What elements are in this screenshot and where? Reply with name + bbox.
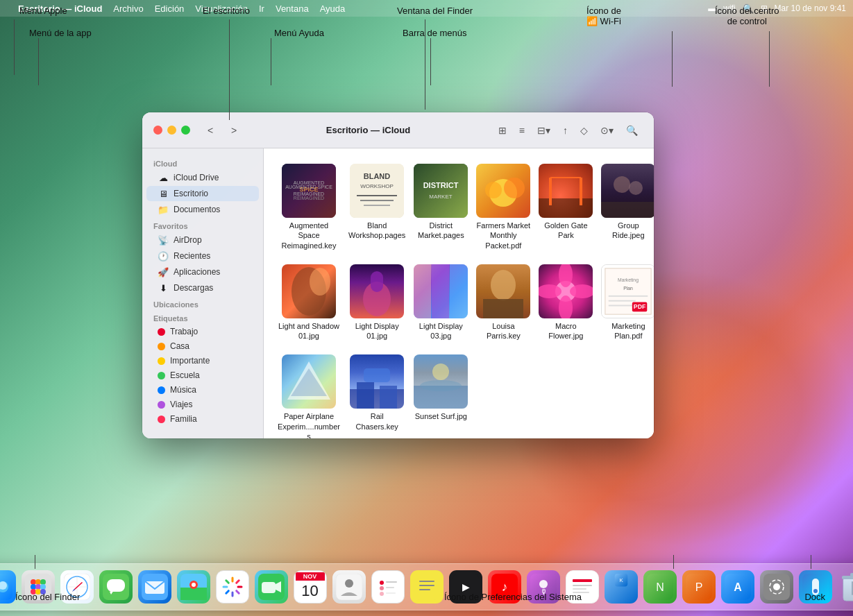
file-label-group-ride: Group Ride.jpeg bbox=[601, 221, 654, 241]
file-item-macro-flower[interactable]: Macro Flower.jpg bbox=[536, 260, 596, 345]
dock-item-news[interactable] bbox=[564, 569, 600, 605]
close-button[interactable] bbox=[153, 126, 162, 135]
tag-dot-trabajo bbox=[158, 328, 165, 336]
dock-item-keynote[interactable]: K bbox=[603, 569, 639, 605]
dock-item-notes[interactable] bbox=[409, 569, 445, 605]
file-item-farmers[interactable]: Farmers MarketMonthly Packet.pdf bbox=[473, 160, 533, 255]
back-button[interactable]: < bbox=[201, 121, 219, 139]
sidebar-item-descargas[interactable]: ⬇ Descargas bbox=[146, 280, 259, 296]
dock-icon-notes bbox=[410, 570, 444, 604]
file-item-louisa[interactable]: Louisa Parris.key bbox=[473, 260, 533, 345]
file-item-marketing[interactable]: MarketingPlanPDF Marketing Plan.pdf bbox=[598, 260, 654, 345]
tag-button[interactable]: ◇ bbox=[575, 123, 593, 138]
dock-icon-facetime bbox=[255, 570, 288, 604]
menu-ir[interactable]: Ir bbox=[259, 3, 264, 14]
file-item-light-display-03[interactable]: Light Display03.jpg bbox=[411, 260, 471, 345]
sidebar-tag-casa[interactable]: Casa bbox=[146, 339, 259, 353]
battery-icon[interactable]: ▬ bbox=[708, 3, 716, 13]
sidebar-tag-musica[interactable]: Música bbox=[146, 383, 259, 397]
view-list-button[interactable]: ≡ bbox=[514, 123, 530, 138]
svg-rect-8 bbox=[360, 200, 394, 201]
dock-item-contacts[interactable] bbox=[331, 569, 367, 605]
menu-ventana[interactable]: Ventana bbox=[276, 3, 309, 14]
wifi-icon[interactable]: wifi bbox=[723, 3, 735, 13]
app-name[interactable]: Escritorio — iCloud bbox=[18, 3, 102, 14]
dock-item-launchpad[interactable] bbox=[20, 569, 56, 605]
svg-rect-108 bbox=[419, 581, 434, 582]
sidebar-section-ubicaciones: Ubicaciones bbox=[142, 296, 263, 310]
menu-archivo[interactable]: Archivo bbox=[113, 3, 143, 14]
menu-edicion[interactable]: Edición bbox=[155, 3, 185, 14]
svg-rect-18 bbox=[580, 178, 582, 205]
menu-ayuda[interactable]: Ayuda bbox=[320, 3, 346, 14]
sidebar-tag-escuela[interactable]: Escuela bbox=[146, 368, 259, 382]
menu-visualizacion[interactable]: Visualización bbox=[195, 3, 248, 14]
sidebar-tag-trabajo[interactable]: Trabajo bbox=[146, 325, 259, 339]
file-thumb-marketing: MarketingPlanPDF bbox=[601, 264, 654, 318]
control-center-icon[interactable]: ⊞ bbox=[761, 3, 768, 13]
dock-item-appstore[interactable]: A bbox=[720, 569, 756, 605]
dock-item-podcasts[interactable]: 🎙 bbox=[525, 569, 561, 605]
svg-text:AUGMENTED: AUGMENTED bbox=[294, 180, 325, 185]
file-item-golden-gate[interactable]: Golden Gate Park bbox=[536, 160, 596, 255]
dock-item-pages[interactable]: P bbox=[681, 569, 717, 605]
dock-item-maps[interactable] bbox=[176, 569, 212, 605]
sidebar-item-aplicaciones[interactable]: 🚀 Aplicaciones bbox=[146, 264, 259, 280]
file-item-group-ride[interactable]: Group Ride.jpeg bbox=[598, 160, 654, 255]
dock-icon-sysprefs bbox=[760, 570, 793, 604]
file-item-rail-chasers[interactable]: Rail Chasers.key bbox=[346, 350, 408, 438]
dock-item-mail[interactable] bbox=[137, 569, 173, 605]
dock-item-photos[interactable] bbox=[214, 569, 251, 605]
svg-rect-27 bbox=[414, 264, 431, 318]
sidebar-item-recientes[interactable]: 🕐 Recientes bbox=[146, 248, 259, 264]
file-item-light-shadow[interactable]: Light and Shadow01.jpg bbox=[275, 260, 343, 345]
dock-icon-mail bbox=[138, 570, 171, 604]
dock-item-messages[interactable] bbox=[98, 569, 134, 605]
file-label-louisa: Louisa Parris.key bbox=[476, 321, 530, 341]
sidebar-item-airdrop[interactable]: 📡 AirDrop bbox=[146, 232, 259, 248]
dock-item-reminders[interactable] bbox=[370, 569, 406, 605]
file-item-bland[interactable]: BLANDWORKSHOP BlandWorkshop.pages bbox=[346, 160, 408, 255]
dock-item-sysprefs[interactable] bbox=[759, 569, 795, 605]
sidebar-item-escritorio[interactable]: 🖥 Escritorio bbox=[146, 186, 259, 201]
tag-dot-familia bbox=[158, 416, 165, 423]
dock-item-calendar[interactable]: NOV 10 bbox=[292, 569, 328, 605]
dock-item-trash[interactable] bbox=[836, 569, 854, 605]
share-button[interactable]: ↑ bbox=[558, 123, 573, 138]
sidebar-tag-viajes[interactable]: Viajes bbox=[146, 397, 259, 411]
minimize-button[interactable] bbox=[167, 126, 176, 135]
file-item-light-display-01[interactable]: Light Display01.jpg bbox=[346, 260, 408, 345]
svg-marker-47 bbox=[291, 368, 327, 396]
search-button[interactable]: 🔍 bbox=[621, 123, 643, 138]
svg-point-103 bbox=[380, 586, 384, 590]
dock-icon-remote bbox=[799, 570, 832, 604]
forward-button[interactable]: > bbox=[225, 121, 243, 139]
dock-icon-safari bbox=[60, 570, 94, 604]
svg-rect-28 bbox=[432, 264, 449, 318]
sidebar-item-documentos[interactable]: 📁 Documentos bbox=[146, 202, 259, 217]
maximize-button[interactable] bbox=[181, 126, 190, 135]
dock-item-remote[interactable] bbox=[797, 569, 834, 605]
file-item-district[interactable]: DISTRICTMARKET DistrictMarket.pages bbox=[411, 160, 471, 255]
sidebar-item-icloud-drive[interactable]: ☁ iCloud Drive bbox=[146, 170, 259, 185]
file-item-paper[interactable]: Paper AirplaneExperim....numbers bbox=[275, 350, 343, 438]
file-item-sunset-surf[interactable]: Sunset Surf.jpg bbox=[411, 350, 471, 438]
search-icon[interactable]: 🔍 bbox=[743, 3, 754, 14]
dock-item-numbers[interactable]: N bbox=[642, 569, 678, 605]
group-button[interactable]: ⊟▾ bbox=[532, 123, 555, 138]
svg-point-65 bbox=[35, 584, 41, 590]
view-icons-button[interactable]: ⊞ bbox=[493, 123, 512, 138]
dock-item-appletv[interactable]: ▶ bbox=[448, 569, 484, 605]
more-button[interactable]: ⊙▾ bbox=[596, 123, 618, 138]
dock-item-facetime[interactable] bbox=[253, 569, 289, 605]
file-label-farmers: Farmers MarketMonthly Packet.pdf bbox=[476, 221, 530, 250]
svg-rect-50 bbox=[380, 386, 397, 409]
dock-item-finder[interactable] bbox=[0, 569, 17, 605]
file-item-augmented[interactable]: AUGMENTEDSPICEREIMAGINED Augmented Space… bbox=[275, 160, 343, 255]
sidebar-tag-familia[interactable]: Familia bbox=[146, 412, 259, 426]
calendar-month: NOV bbox=[296, 572, 325, 581]
dock-item-safari[interactable] bbox=[59, 569, 95, 605]
svg-point-15 bbox=[485, 182, 502, 198]
sidebar-tag-importante[interactable]: Importante bbox=[146, 354, 259, 368]
dock-item-music[interactable]: ♪ bbox=[487, 569, 523, 605]
